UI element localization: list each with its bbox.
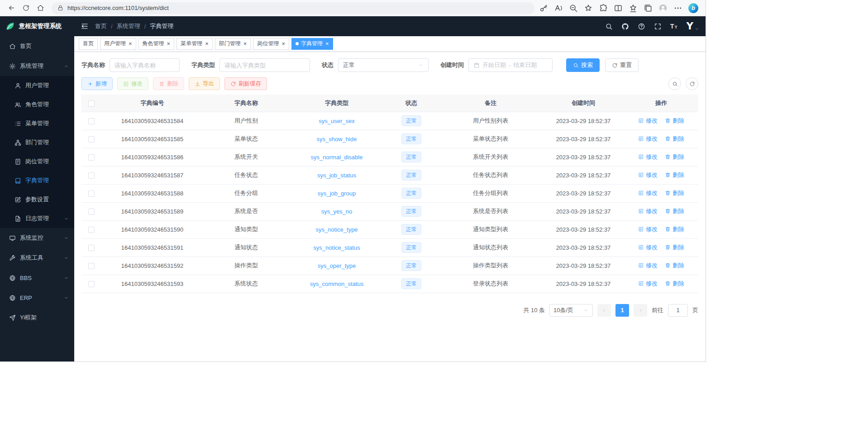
tab-5[interactable]: 岗位管理× bbox=[253, 38, 289, 50]
read-aloud-icon[interactable] bbox=[554, 4, 563, 13]
tab-0[interactable]: 首页 bbox=[79, 38, 98, 50]
zoom-icon[interactable] bbox=[569, 4, 578, 13]
row-delete-button[interactable]: 删除 bbox=[665, 117, 684, 125]
tab-close-icon[interactable]: × bbox=[281, 41, 285, 47]
prev-page-button[interactable] bbox=[597, 304, 611, 317]
sidebar-item-dept[interactable]: 部门管理 bbox=[0, 133, 74, 152]
dict-type-input[interactable] bbox=[219, 58, 310, 72]
row-delete-button[interactable]: 删除 bbox=[665, 171, 684, 179]
app-logo[interactable]: 意框架管理系统 bbox=[0, 21, 74, 32]
row-delete-button[interactable]: 删除 bbox=[665, 189, 684, 197]
dict-type-link[interactable]: sys_job_group bbox=[318, 190, 356, 197]
tab-2[interactable]: 角色管理× bbox=[138, 38, 175, 50]
row-edit-button[interactable]: 修改 bbox=[638, 117, 658, 125]
dict-type-link[interactable]: sys_job_status bbox=[317, 172, 356, 179]
search-button[interactable]: 搜索 bbox=[566, 58, 600, 72]
row-edit-button[interactable]: 修改 bbox=[638, 243, 658, 252]
fullscreen-icon[interactable] bbox=[654, 23, 662, 30]
sidebar-item-monitor[interactable]: 系统监控 bbox=[0, 228, 74, 248]
sidebar-item-yi[interactable]: Yi框架 bbox=[0, 308, 74, 328]
page-size-select[interactable]: 10条/页 bbox=[549, 304, 593, 317]
sidebar-item-dict[interactable]: 字典管理 bbox=[0, 171, 74, 190]
tab-4[interactable]: 部门管理× bbox=[215, 38, 251, 50]
key-icon[interactable] bbox=[539, 4, 548, 13]
sidebar-item-system[interactable]: 系统管理 bbox=[0, 56, 74, 76]
dict-type-link[interactable]: sys_normal_disable bbox=[311, 154, 363, 161]
select-all-checkbox[interactable] bbox=[88, 100, 95, 107]
split-screen-icon[interactable] bbox=[614, 4, 623, 13]
sidebar-item-log[interactable]: 日志管理 bbox=[0, 209, 74, 228]
row-checkbox[interactable] bbox=[88, 172, 95, 179]
row-delete-button[interactable]: 删除 bbox=[665, 225, 684, 233]
more-icon[interactable] bbox=[673, 4, 682, 13]
row-checkbox[interactable] bbox=[88, 118, 95, 124]
favorite-icon[interactable] bbox=[584, 4, 593, 13]
sidebar-item-menu[interactable]: 菜单管理 bbox=[0, 114, 74, 133]
add-button[interactable]: 新增 bbox=[81, 77, 113, 90]
dict-type-link[interactable]: sys_user_sex bbox=[319, 118, 354, 124]
breadcrumb-system[interactable]: 系统管理 bbox=[117, 22, 140, 30]
sidebar-item-home[interactable]: 首页 bbox=[0, 36, 74, 56]
row-delete-button[interactable]: 删除 bbox=[665, 153, 684, 161]
sidebar-toggle-icon[interactable] bbox=[81, 22, 89, 30]
row-edit-button[interactable]: 修改 bbox=[638, 261, 658, 270]
toggle-search-button[interactable] bbox=[668, 77, 681, 90]
dict-type-link[interactable]: sys_notice_type bbox=[315, 226, 358, 233]
row-delete-button[interactable]: 删除 bbox=[665, 243, 684, 252]
reset-button[interactable]: 重置 bbox=[605, 58, 639, 72]
refresh-cache-button[interactable]: 刷新缓存 bbox=[224, 77, 267, 90]
sidebar-item-role[interactable]: 角色管理 bbox=[0, 95, 74, 114]
favorites-bar-icon[interactable] bbox=[629, 4, 638, 13]
search-icon[interactable] bbox=[605, 23, 613, 30]
tab-3[interactable]: 菜单管理× bbox=[176, 38, 213, 50]
row-edit-button[interactable]: 修改 bbox=[638, 153, 658, 161]
edit-button[interactable]: 修改 bbox=[117, 77, 148, 90]
status-select[interactable]: 正常 bbox=[338, 58, 429, 72]
row-edit-button[interactable]: 修改 bbox=[638, 207, 658, 215]
dict-type-link[interactable]: sys_show_hide bbox=[317, 136, 357, 143]
tab-close-icon[interactable]: × bbox=[129, 41, 132, 47]
sidebar-item-param[interactable]: 参数设置 bbox=[0, 190, 74, 209]
collections-icon[interactable] bbox=[644, 4, 653, 13]
row-checkbox[interactable] bbox=[88, 281, 95, 287]
row-delete-button[interactable]: 删除 bbox=[665, 207, 684, 215]
row-checkbox[interactable] bbox=[88, 154, 95, 161]
refresh-table-button[interactable] bbox=[686, 77, 698, 90]
user-avatar[interactable]: Y bbox=[687, 22, 699, 31]
tab-close-icon[interactable]: × bbox=[205, 41, 209, 47]
address-bar[interactable]: https://ccnetcore.com:1101/system/dict bbox=[52, 2, 534, 14]
dict-type-link[interactable]: sys_oper_type bbox=[318, 262, 356, 269]
tab-6[interactable]: 字典管理× bbox=[291, 38, 333, 50]
date-range-picker[interactable]: 开始日期 - 结束日期 bbox=[468, 58, 553, 72]
goto-page-input[interactable] bbox=[668, 304, 688, 317]
tab-close-icon[interactable]: × bbox=[243, 41, 247, 47]
row-checkbox[interactable] bbox=[88, 245, 95, 251]
tab-1[interactable]: 用户管理× bbox=[100, 38, 136, 50]
next-page-button[interactable] bbox=[634, 304, 647, 317]
breadcrumb-home[interactable]: 首页 bbox=[95, 22, 107, 30]
font-size-icon[interactable]: TT bbox=[670, 23, 678, 30]
sidebar-item-bbs[interactable]: BBS bbox=[0, 268, 74, 288]
sidebar-item-user[interactable]: 用户管理 bbox=[0, 76, 74, 95]
row-delete-button[interactable]: 删除 bbox=[665, 135, 684, 143]
row-edit-button[interactable]: 修改 bbox=[638, 280, 658, 288]
question-icon[interactable] bbox=[638, 23, 645, 30]
row-edit-button[interactable]: 修改 bbox=[638, 189, 658, 197]
row-checkbox[interactable] bbox=[88, 136, 95, 143]
dict-type-link[interactable]: sys_yes_no bbox=[321, 208, 353, 215]
profile-icon[interactable] bbox=[658, 4, 668, 13]
tab-close-icon[interactable]: × bbox=[167, 41, 171, 47]
row-edit-button[interactable]: 修改 bbox=[638, 135, 658, 143]
row-edit-button[interactable]: 修改 bbox=[638, 225, 658, 233]
row-delete-button[interactable]: 删除 bbox=[665, 261, 684, 270]
browser-home-button[interactable] bbox=[33, 2, 47, 14]
delete-button[interactable]: 删除 bbox=[153, 77, 184, 90]
dict-type-link[interactable]: sys_common_status bbox=[310, 280, 364, 287]
github-icon[interactable] bbox=[621, 23, 629, 30]
sidebar-item-post[interactable]: 岗位管理 bbox=[0, 152, 74, 171]
row-checkbox[interactable] bbox=[88, 190, 95, 197]
dict-type-link[interactable]: sys_notice_status bbox=[313, 244, 360, 251]
browser-refresh-button[interactable] bbox=[19, 2, 33, 14]
row-checkbox[interactable] bbox=[88, 209, 95, 215]
extensions-icon[interactable] bbox=[599, 4, 608, 13]
